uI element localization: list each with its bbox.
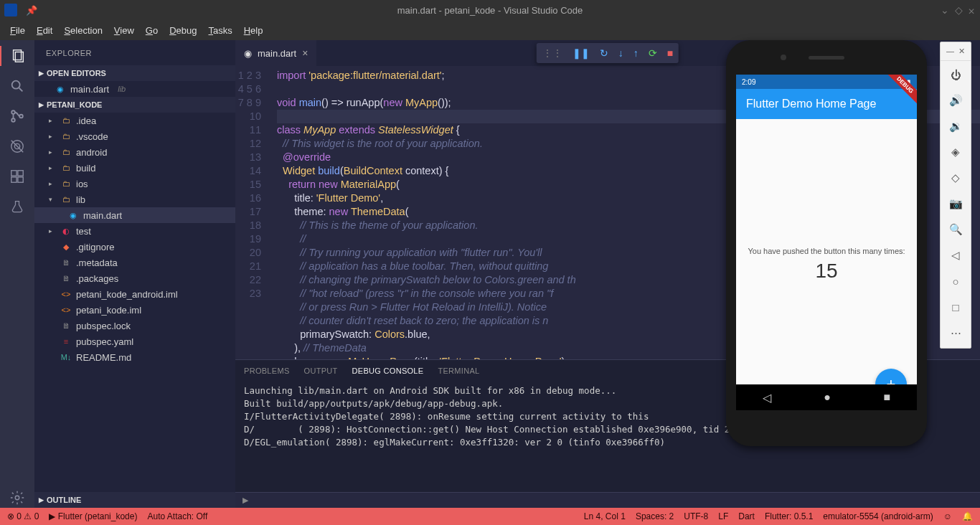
tree-item-README.md[interactable]: M↓README.md	[34, 349, 235, 365]
status-device[interactable]: emulator-5554 (android-arm)	[823, 511, 933, 521]
window-titlebar: 📌 main.dart - petani_kode - Visual Studi…	[0, 0, 980, 20]
pin-icon[interactable]: 📌	[26, 5, 37, 16]
xml-icon: <>	[60, 304, 72, 316]
drag-handle-icon[interactable]: ⋮⋮	[542, 47, 562, 59]
step-out-icon[interactable]: ↑	[633, 47, 639, 59]
menu-bar: File Edit Selection View Go Debug Tasks …	[0, 20, 980, 40]
tree-item-ios[interactable]: ▸🗀ios	[34, 176, 235, 191]
emu-back-icon[interactable]: ◁	[941, 243, 971, 268]
status-feedback-icon[interactable]: ☺	[943, 511, 952, 521]
tab-main-dart[interactable]: ◉ main.dart ×	[235, 40, 316, 66]
emu-minimize-icon[interactable]: —	[946, 47, 954, 56]
maximize-icon[interactable]: ◇	[955, 4, 963, 16]
breadcrumb[interactable]: ▶	[235, 492, 980, 508]
folder-icon: 🗀	[60, 178, 72, 189]
rotate-right-icon[interactable]: ◇	[941, 166, 971, 190]
scm-icon[interactable]	[7, 106, 27, 126]
tree-item-.packages[interactable]: 🗎.packages	[34, 270, 235, 286]
emu-overview-icon[interactable]: □	[941, 295, 971, 319]
counter-message: You have pushed the button this many tim…	[748, 247, 905, 255]
menu-view[interactable]: View	[110, 24, 138, 37]
minimize-icon[interactable]: ⌄	[941, 4, 949, 16]
status-bar: ⊗ 0 ⚠ 0 ▶ Flutter (petani_kode) Auto Att…	[0, 508, 980, 525]
outline-section[interactable]: ▶OUTLINE	[34, 492, 235, 508]
svg-rect-10	[11, 171, 17, 176]
activity-bar	[0, 40, 34, 508]
file-icon: 🗎	[60, 273, 72, 284]
restart-icon[interactable]: ⟳	[649, 47, 657, 59]
panel-tab-output[interactable]: OUTPUT	[304, 366, 338, 375]
step-over-icon[interactable]: ↻	[600, 47, 608, 59]
panel-tab-problems[interactable]: PROBLEMS	[244, 366, 290, 375]
status-errors[interactable]: ⊗ 0 ⚠ 0	[7, 511, 39, 521]
tab-close-icon[interactable]: ×	[302, 47, 308, 59]
emu-more-icon[interactable]: ⋯	[941, 321, 971, 345]
tree-item-.metadata[interactable]: 🗎.metadata	[34, 255, 235, 270]
svg-point-2	[12, 81, 20, 89]
emu-close-icon[interactable]: ✕	[958, 47, 965, 56]
search-icon[interactable]	[7, 76, 27, 96]
flutter-appbar: Flutter Demo Home Page	[736, 89, 917, 119]
volume-down-icon[interactable]: 🔉	[941, 114, 971, 138]
power-icon[interactable]: ⏻	[941, 62, 971, 87]
close-icon[interactable]: ⨉	[969, 4, 974, 16]
menu-debug[interactable]: Debug	[165, 24, 201, 37]
tree-item-.vscode[interactable]: ▸🗀.vscode	[34, 128, 235, 144]
open-editors-section[interactable]: ▶OPEN EDITORS	[34, 65, 235, 81]
camera-icon[interactable]: 📷	[941, 191, 971, 216]
menu-tasks[interactable]: Tasks	[204, 24, 236, 37]
status-lang[interactable]: Dart	[738, 511, 755, 521]
android-navbar: ◁ ● ■	[736, 384, 917, 410]
panel-tab-terminal[interactable]: TERMINAL	[438, 366, 479, 375]
menu-help[interactable]: Help	[240, 24, 268, 37]
pause-icon[interactable]: ❚❚	[573, 47, 590, 59]
settings-icon[interactable]	[7, 488, 27, 508]
test-icon[interactable]	[7, 197, 27, 217]
tree-item-build[interactable]: ▸🗀build	[34, 160, 235, 176]
emu-home-icon[interactable]: ○	[941, 269, 971, 293]
folder-icon: 🗀	[60, 194, 72, 205]
zoom-icon[interactable]: 🔍	[941, 217, 971, 242]
volume-up-icon[interactable]: 🔊	[941, 88, 971, 113]
status-launch[interactable]: ▶ Flutter (petani_kode)	[49, 511, 137, 521]
status-position[interactable]: Ln 4, Col 1	[584, 511, 626, 521]
menu-file[interactable]: File	[6, 24, 29, 37]
menu-go[interactable]: Go	[141, 24, 162, 37]
status-spaces[interactable]: Spaces: 2	[636, 511, 674, 521]
tree-item-pubspec.lock[interactable]: 🗎pubspec.lock	[34, 318, 235, 334]
tree-item-android[interactable]: ▸🗀android	[34, 144, 235, 160]
rotate-left-icon[interactable]: ◈	[941, 140, 971, 164]
back-icon[interactable]: ◁	[763, 391, 771, 405]
explorer-title: EXPLORER	[34, 40, 235, 65]
tree-item-petani_kode.iml[interactable]: <>petani_kode.iml	[34, 302, 235, 318]
recents-icon[interactable]: ■	[884, 391, 891, 404]
status-encoding[interactable]: UTF-8	[684, 511, 708, 521]
status-bell-icon[interactable]: 🔔	[962, 511, 973, 521]
workspace-section[interactable]: ▶PETANI_KODE	[34, 97, 235, 113]
status-flutter[interactable]: Flutter: 0.5.1	[765, 511, 813, 521]
debug-toolbar[interactable]: ⋮⋮ ❚❚ ↻ ↓ ↑ ⟳ ■	[537, 43, 679, 63]
svg-point-4	[11, 110, 15, 114]
tree-item-main.dart[interactable]: ◉main.dart	[34, 207, 235, 223]
tree-item-lib[interactable]: ▾🗀lib	[34, 191, 235, 207]
open-editor-item[interactable]: ◉ main.dart lib	[34, 81, 235, 97]
tree-item-.gitignore[interactable]: ◆.gitignore	[34, 239, 235, 255]
debug-icon[interactable]	[7, 136, 27, 156]
svg-rect-13	[18, 171, 23, 176]
menu-edit[interactable]: Edit	[32, 24, 57, 37]
extensions-icon[interactable]	[7, 166, 27, 186]
status-eol[interactable]: LF	[718, 511, 728, 521]
stop-icon[interactable]: ■	[667, 47, 673, 59]
tree-item-petani_kode_android.iml[interactable]: <>petani_kode_android.iml	[34, 286, 235, 302]
folder-icon: 🗀	[60, 146, 72, 158]
svg-line-3	[19, 88, 23, 92]
home-icon[interactable]: ●	[824, 391, 831, 404]
menu-selection[interactable]: Selection	[60, 24, 106, 37]
status-auto-attach[interactable]: Auto Attach: Off	[147, 511, 207, 521]
tree-item-test[interactable]: ▸◐test	[34, 223, 235, 239]
step-into-icon[interactable]: ↓	[618, 47, 623, 59]
panel-tab-debug-console[interactable]: DEBUG CONSOLE	[352, 366, 424, 375]
tree-item-.idea[interactable]: ▸🗀.idea	[34, 113, 235, 128]
explorer-icon[interactable]	[0, 46, 34, 66]
tree-item-pubspec.yaml[interactable]: ≡pubspec.yaml	[34, 334, 235, 349]
